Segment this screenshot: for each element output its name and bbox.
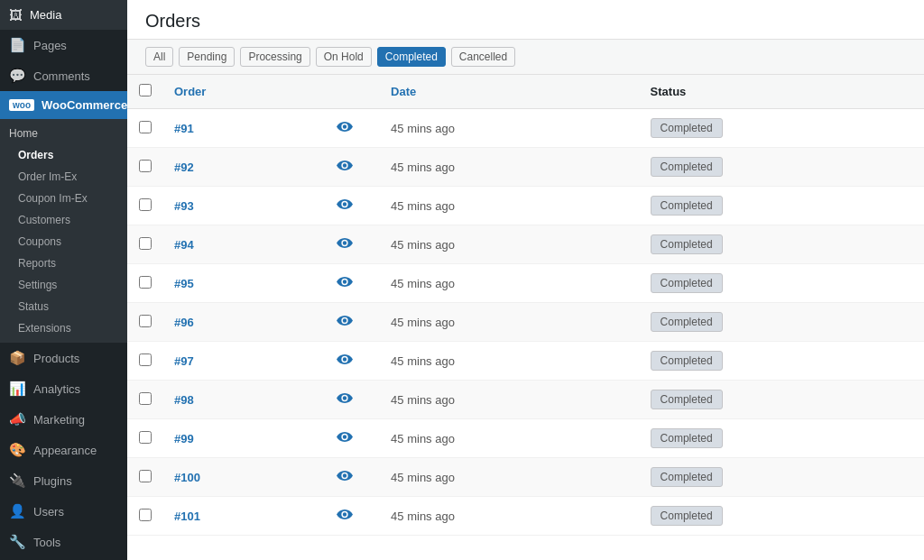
sidebar: 🖼Media📄Pages💬Comments woo WooCommerce Ho… [0,0,127,560]
sidebar-item-comments[interactable]: 💬Comments [0,60,127,91]
view-order-icon-96[interactable] [337,315,353,329]
select-all-checkbox[interactable] [139,84,152,96]
status-badge-100: Completed [651,467,723,487]
sidebar-item-coupon-imex[interactable]: Coupon Im-Ex [0,188,127,209]
order-link-93[interactable]: #93 [174,199,194,213]
row-checkbox-101[interactable] [139,509,152,521]
row-checkbox-96[interactable] [139,315,152,327]
sidebar-item-products[interactable]: 📦Products [0,343,127,373]
view-order-icon-97[interactable] [337,353,353,368]
table-row: #94 45 mins ago Completed [127,225,924,264]
sidebar-item-coupons[interactable]: Coupons [0,231,127,252]
woocommerce-menu-item[interactable]: woo WooCommerce [0,91,127,119]
filter-bar: AllPendingProcessingOn HoldCompletedCanc… [127,40,924,75]
order-link-100[interactable]: #100 [174,471,200,484]
view-order-icon-94[interactable] [337,237,353,252]
sidebar-label-media: Media [30,8,61,22]
view-order-icon-99[interactable] [337,431,353,445]
sidebar-item-tools[interactable]: 🔧Tools [0,527,127,557]
sidebar-item-reports[interactable]: Reports [0,252,127,274]
table-row: #96 45 mins ago Completed [127,303,924,342]
marketing-icon: 📣 [9,411,26,427]
order-link-101[interactable]: #101 [174,510,200,523]
sidebar-item-analytics[interactable]: 📊Analytics [0,373,127,404]
date-column-header[interactable]: Date [380,75,639,109]
filter-btn-completed[interactable]: Completed [377,47,446,67]
row-checkbox-93[interactable] [139,198,152,211]
sidebar-item-media[interactable]: 🖼Media [0,0,127,30]
sidebar-item-marketing[interactable]: 📣Marketing [0,404,127,435]
row-checkbox-94[interactable] [139,237,152,250]
status-badge-99: Completed [651,428,723,448]
order-link-95[interactable]: #95 [174,277,194,290]
sidebar-item-users[interactable]: 👤Users [0,496,127,527]
row-checkbox-95[interactable] [139,276,152,289]
sidebar-label-analytics: Analytics [33,382,80,396]
order-column-header[interactable]: Order [163,75,326,109]
status-badge-97: Completed [651,351,723,371]
table-row: #91 45 mins ago Completed [127,109,924,148]
filter-btn-cancelled[interactable]: Cancelled [451,47,515,67]
users-icon: 👤 [9,503,26,519]
order-link-96[interactable]: #96 [174,316,194,329]
spacer-col [326,75,380,109]
sidebar-item-plugins[interactable]: 🔌Plugins [0,465,127,496]
row-checkbox-100[interactable] [139,470,152,482]
row-checkbox-99[interactable] [139,431,152,444]
view-order-icon-93[interactable] [337,198,353,213]
order-link-92[interactable]: #92 [174,161,194,174]
sidebar-item-customers[interactable]: Customers [0,209,127,231]
table-row: #98 45 mins ago Completed [127,381,924,419]
status-badge-94: Completed [651,234,723,254]
main-content: Orders AllPendingProcessingOn HoldComple… [127,0,924,560]
order-link-94[interactable]: #94 [174,238,194,252]
order-date-94: 45 mins ago [380,225,639,264]
status-badge-92: Completed [651,157,723,177]
woocommerce-submenu: HomeOrdersOrder Im-ExCoupon Im-ExCustome… [0,119,127,343]
orders-list: Order Date Status #91 45 min [127,75,924,536]
filter-btn-pending[interactable]: Pending [179,47,235,67]
view-order-icon-98[interactable] [337,392,353,407]
status-column-header: Status [640,75,924,109]
table-row: #92 45 mins ago Completed [127,148,924,187]
table-row: #99 45 mins ago Completed [127,419,924,458]
order-link-99[interactable]: #99 [174,432,194,445]
view-order-icon-92[interactable] [337,160,353,174]
tools-icon: 🔧 [9,534,26,550]
sidebar-item-appearance[interactable]: 🎨Appearance [0,435,127,465]
sidebar-item-home[interactable]: Home [0,123,127,144]
sidebar-item-status[interactable]: Status [0,296,127,317]
row-checkbox-98[interactable] [139,392,152,405]
table-row: #97 45 mins ago Completed [127,342,924,381]
sidebar-label-products: Products [33,352,79,365]
view-order-icon-91[interactable] [337,121,353,135]
table-row: #100 45 mins ago Completed [127,458,924,497]
analytics-icon: 📊 [9,381,26,397]
sidebar-item-order-imex[interactable]: Order Im-Ex [0,166,127,188]
row-checkbox-92[interactable] [139,160,152,172]
view-order-icon-101[interactable] [337,509,353,523]
media-icon: 🖼 [9,7,23,23]
filter-btn-all[interactable]: All [145,47,173,67]
sidebar-item-orders[interactable]: Orders [0,144,127,166]
status-badge-95: Completed [651,273,723,293]
woo-badge: woo [9,99,34,111]
order-link-97[interactable]: #97 [174,354,194,368]
sidebar-item-pages[interactable]: 📄Pages [0,30,127,60]
filter-btn-processing[interactable]: Processing [240,47,310,67]
view-order-icon-95[interactable] [337,276,353,290]
order-link-91[interactable]: #91 [174,122,194,135]
order-link-98[interactable]: #98 [174,393,194,407]
status-badge-96: Completed [651,312,723,332]
table-row: #95 45 mins ago Completed [127,264,924,303]
sidebar-item-settings[interactable]: Settings [0,274,127,296]
view-order-icon-100[interactable] [337,470,353,484]
pages-icon: 📄 [9,37,26,53]
sidebar-label-appearance: Appearance [33,444,97,457]
row-checkbox-97[interactable] [139,353,152,366]
order-date-95: 45 mins ago [380,264,639,303]
filter-btn-on-hold[interactable]: On Hold [316,47,372,67]
row-checkbox-91[interactable] [139,121,152,133]
status-badge-98: Completed [651,390,723,409]
sidebar-item-extensions[interactable]: Extensions [0,317,127,339]
